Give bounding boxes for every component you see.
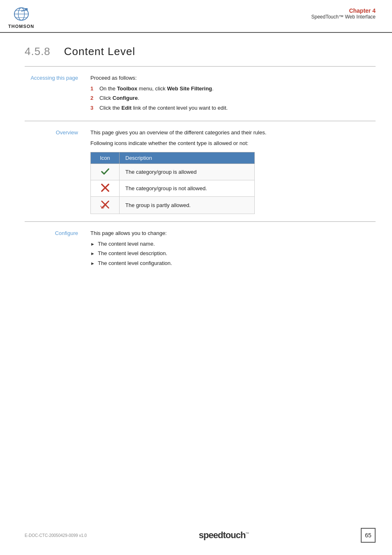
overview-para2: Following icons indicate whether the con… <box>90 139 376 147</box>
overview-label: Overview <box>25 129 90 136</box>
description-cell-2: The category/group is not allowed. <box>120 180 255 197</box>
page-footer: E-DOC-CTC-20050429-0099 v1.0 speedtouch™… <box>0 528 392 543</box>
step-2: 2 Click Configure. <box>90 94 376 102</box>
accessing-content: Proceed as follows: 1 On the Toolbox men… <box>90 74 376 113</box>
bullet-text-3: The content level configuration. <box>98 259 172 267</box>
accessing-steps: 1 On the Toolbox menu, click Web Site Fi… <box>90 85 376 112</box>
table-row: The group is partly allowed. <box>91 197 255 214</box>
check-icon <box>101 167 110 176</box>
overview-content: This page gives you an overview of the d… <box>90 129 376 214</box>
table-row: The category/group is not allowed. <box>91 180 255 197</box>
title-name: Content Level <box>64 45 135 58</box>
configure-intro: This page allows you to change: <box>90 229 376 237</box>
bullet-text-1: The content level name. <box>98 240 155 248</box>
bullet-text-2: The content level description. <box>98 249 167 258</box>
content-area: Accessing this page Proceed as follows: … <box>0 66 392 292</box>
step-text-1: On the Toolbox menu, click Web Site Filt… <box>99 85 214 93</box>
partial-icon <box>100 200 110 210</box>
footer-logo-prefix: speed <box>199 530 223 540</box>
thomson-logo-icon <box>12 7 30 23</box>
chapter-sub: SpeedTouch™ Web Interface <box>311 14 376 20</box>
page-number-box: 65 <box>361 528 376 543</box>
section-number: 4.5.8 <box>25 45 51 58</box>
icon-cell-check <box>91 164 120 180</box>
step-text-2: Click Configure. <box>99 94 139 102</box>
bullet-1: ► The content level name. <box>90 240 376 248</box>
accessing-label: Accessing this page <box>25 74 90 81</box>
configure-content: This page allows you to change: ► The co… <box>90 229 376 269</box>
page-title: 4.5.8 Content Level <box>25 45 376 58</box>
footer-logo-text: speedtouch™ <box>199 530 249 541</box>
overview-section: Overview This page gives you an overview… <box>25 121 376 222</box>
footer-logo: speedtouch™ <box>199 530 249 541</box>
table-header-description: Description <box>120 152 255 164</box>
description-cell-3: The group is partly allowed. <box>120 197 255 214</box>
footer-logo-bold: touch <box>223 530 245 540</box>
icon-cell-x <box>91 180 120 197</box>
bullet-arrow-3: ► <box>90 260 98 267</box>
chapter-label: Chapter 4 <box>311 7 376 14</box>
step-3: 3 Click the Edit link of the content lev… <box>90 104 376 112</box>
bullet-2: ► The content level description. <box>90 249 376 258</box>
table-header-icon: Icon <box>91 152 120 164</box>
accessing-intro: Proceed as follows: <box>90 74 376 82</box>
description-cell-1: The category/group is allowed <box>120 164 255 180</box>
overview-para1: This page gives you an overview of the d… <box>90 129 376 137</box>
bullet-3: ► The content level configuration. <box>90 259 376 267</box>
logo-text: THOMSON <box>8 24 34 29</box>
footer-tm: ™ <box>245 532 249 536</box>
header-right: Chapter 4 SpeedTouch™ Web Interface <box>311 7 376 20</box>
bullet-arrow-2: ► <box>90 250 98 257</box>
configure-section: Configure This page allows you to change… <box>25 222 376 276</box>
step-1: 1 On the Toolbox menu, click Web Site Fi… <box>90 85 376 93</box>
icon-cell-partial <box>91 197 120 214</box>
x-icon <box>101 183 110 192</box>
configure-label: Configure <box>25 229 90 236</box>
logo-area: THOMSON <box>8 7 34 29</box>
step-text-3: Click the Edit link of the content level… <box>99 104 228 112</box>
doc-id: E-DOC-CTC-20050429-0099 v1.0 <box>25 533 87 538</box>
accessing-section: Accessing this page Proceed as follows: … <box>25 67 376 121</box>
page-title-area: 4.5.8 Content Level <box>0 33 392 66</box>
page-number: 65 <box>365 532 371 539</box>
step-num-1: 1 <box>90 85 99 93</box>
step-num-3: 3 <box>90 104 99 112</box>
bullet-arrow-1: ► <box>90 241 98 248</box>
step-num-2: 2 <box>90 94 99 102</box>
table-row: The category/group is allowed <box>91 164 255 180</box>
page-header: THOMSON Chapter 4 SpeedTouch™ Web Interf… <box>0 0 392 33</box>
icon-table: Icon Description The category/group is a… <box>90 152 255 214</box>
configure-bullets: ► The content level name. ► The content … <box>90 240 376 267</box>
